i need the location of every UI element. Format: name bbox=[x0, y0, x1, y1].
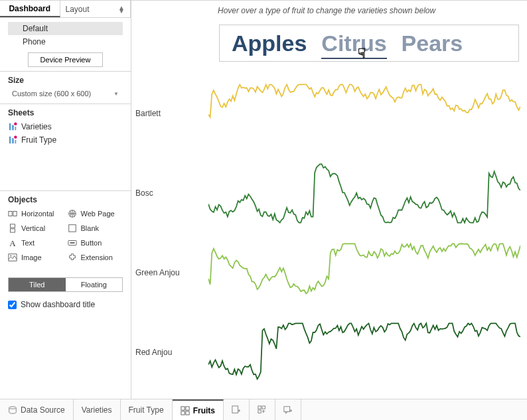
chart-row-label: Red Anjou bbox=[131, 348, 208, 357]
new-worksheet-icon bbox=[232, 405, 241, 415]
show-title-row[interactable]: Show dashboard title bbox=[0, 297, 131, 316]
chart-row-label: Green Anjou bbox=[131, 268, 208, 277]
size-heading: Size bbox=[8, 76, 123, 85]
fruit-apples[interactable]: Apples bbox=[232, 31, 307, 56]
svg-rect-11 bbox=[11, 224, 15, 228]
fruit-citrus[interactable]: Citrus ☟ bbox=[321, 31, 386, 59]
object-text[interactable]: AText bbox=[8, 236, 64, 249]
floating-button[interactable]: Floating bbox=[66, 278, 123, 291]
svg-rect-15 bbox=[70, 242, 74, 244]
footer-sheet-varieties[interactable]: Varieties bbox=[74, 399, 121, 420]
device-phone[interactable]: Phone bbox=[8, 35, 123, 48]
sheets-heading: Sheets bbox=[8, 108, 123, 117]
chart-row: Green Anjou bbox=[131, 238, 527, 308]
svg-point-3 bbox=[14, 122, 17, 125]
object-extension[interactable]: Extension bbox=[68, 251, 123, 264]
sparkline-chart bbox=[208, 238, 527, 308]
new-story-icon bbox=[283, 405, 293, 415]
svg-rect-8 bbox=[9, 212, 12, 216]
svg-rect-12 bbox=[11, 229, 15, 232]
footer-sheet-fruits[interactable]: Fruits bbox=[173, 399, 224, 420]
footer-tabs: Data Source Varieties Fruit Type Fruits bbox=[0, 399, 527, 420]
device-preview-button[interactable]: Device Preview bbox=[28, 52, 104, 67]
svg-rect-19 bbox=[181, 406, 185, 409]
sparkline-chart bbox=[208, 159, 527, 228]
chart-row: Bartlett bbox=[131, 79, 527, 149]
blank-icon bbox=[68, 224, 77, 233]
sheet-icon bbox=[8, 122, 17, 131]
svg-rect-0 bbox=[9, 123, 11, 131]
svg-rect-5 bbox=[12, 138, 14, 143]
svg-point-7 bbox=[14, 135, 17, 138]
new-dashboard-icon bbox=[258, 405, 267, 415]
sparkline-chart bbox=[208, 318, 527, 387]
device-default[interactable]: Default bbox=[8, 22, 123, 35]
new-worksheet-button[interactable] bbox=[224, 399, 250, 420]
object-blank[interactable]: Blank bbox=[68, 222, 123, 235]
svg-rect-4 bbox=[9, 137, 11, 144]
fruit-selector: Apples Citrus ☟ Pears bbox=[219, 25, 519, 62]
button-icon bbox=[68, 238, 77, 247]
object-horizontal[interactable]: Horizontal bbox=[8, 207, 64, 220]
object-vertical[interactable]: Vertical bbox=[8, 222, 64, 235]
svg-rect-21 bbox=[181, 411, 185, 414]
hover-hint: Hover over a type of fruit to change the… bbox=[218, 6, 435, 15]
tab-layout[interactable]: Layout ▲▼ bbox=[60, 1, 131, 17]
footer-sheet-fruit-type[interactable]: Fruit Type bbox=[121, 399, 173, 420]
svg-rect-26 bbox=[258, 410, 261, 413]
dashboard-sidebar: Dashboard Layout ▲▼ Default Phone Device… bbox=[0, 1, 131, 399]
sparkline-chart bbox=[208, 79, 527, 149]
size-select[interactable]: Custom size (600 x 600)▼ bbox=[8, 88, 123, 100]
chart-row-label: Bosc bbox=[131, 188, 208, 198]
chart-row: Bosc bbox=[131, 159, 527, 228]
dashboard-icon bbox=[181, 406, 190, 415]
svg-point-18 bbox=[9, 406, 17, 409]
device-list: Default Phone bbox=[8, 22, 123, 48]
svg-rect-20 bbox=[186, 406, 189, 409]
svg-rect-22 bbox=[186, 411, 189, 414]
tiled-button[interactable]: Tiled bbox=[9, 278, 66, 291]
sheet-icon bbox=[8, 135, 17, 145]
svg-rect-24 bbox=[258, 405, 261, 408]
svg-rect-25 bbox=[262, 405, 265, 408]
svg-rect-27 bbox=[284, 406, 290, 411]
svg-point-17 bbox=[11, 255, 12, 257]
data-source-icon bbox=[8, 405, 17, 415]
vertical-icon bbox=[8, 224, 17, 233]
objects-heading: Objects bbox=[8, 195, 123, 204]
chevron-down-icon: ▼ bbox=[113, 91, 119, 97]
svg-rect-13 bbox=[68, 225, 76, 232]
image-icon bbox=[8, 253, 17, 262]
dashboard-canvas: Hover over a type of fruit to change the… bbox=[131, 1, 527, 399]
footer-data-source[interactable]: Data Source bbox=[0, 399, 74, 420]
horizontal-icon bbox=[8, 209, 17, 218]
placement-segment: Tiled Floating bbox=[8, 277, 123, 292]
svg-rect-1 bbox=[12, 125, 14, 130]
tab-dashboard[interactable]: Dashboard bbox=[0, 1, 60, 17]
sheet-varieties[interactable]: Varieties bbox=[8, 120, 123, 133]
svg-rect-6 bbox=[15, 140, 17, 143]
object-button[interactable]: Button bbox=[68, 236, 123, 249]
web-page-icon bbox=[68, 209, 77, 218]
extension-icon bbox=[68, 253, 77, 262]
new-dashboard-button[interactable] bbox=[250, 399, 275, 420]
svg-rect-9 bbox=[13, 212, 17, 216]
object-image[interactable]: Image bbox=[8, 251, 64, 264]
svg-rect-23 bbox=[232, 405, 238, 413]
fruit-pears[interactable]: Pears bbox=[402, 31, 463, 56]
svg-rect-2 bbox=[15, 127, 17, 130]
expand-icon[interactable]: ▲▼ bbox=[118, 6, 125, 13]
sheet-fruit-type[interactable]: Fruit Type bbox=[8, 133, 123, 147]
chart-row-label: Bartlett bbox=[131, 109, 208, 118]
show-title-checkbox[interactable] bbox=[8, 301, 17, 309]
cursor-icon: ☟ bbox=[358, 45, 366, 61]
text-icon: A bbox=[8, 238, 17, 247]
object-web-page[interactable]: Web Page bbox=[68, 207, 123, 220]
new-story-button[interactable] bbox=[275, 399, 301, 420]
chart-row: Red Anjou bbox=[131, 318, 527, 387]
